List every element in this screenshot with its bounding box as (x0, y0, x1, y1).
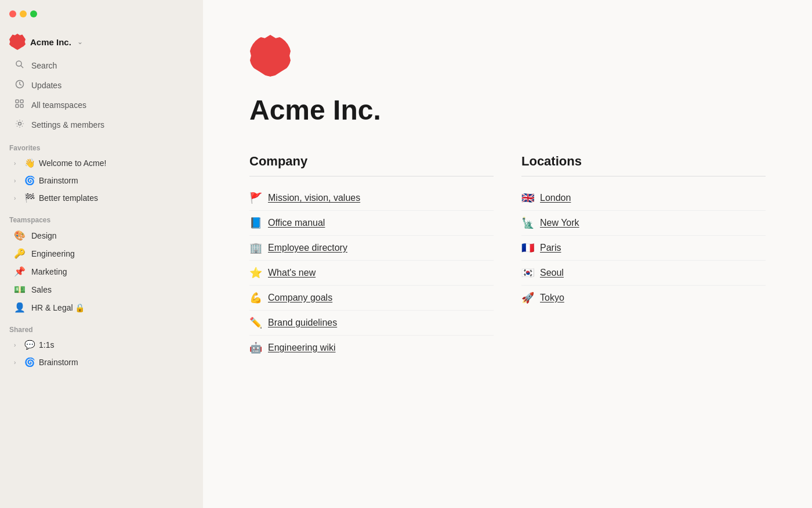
list-item-office-manual[interactable]: 📘 Office manual (249, 211, 494, 236)
list-item-paris[interactable]: 🇫🇷 Paris (521, 236, 766, 261)
sidebar-item-engineering[interactable]: 🔑 Engineering (5, 245, 198, 262)
sidebar-item-label: HR & Legal 🔒 (31, 303, 85, 312)
sidebar-item-marketing[interactable]: 📌 Marketing (5, 263, 198, 280)
settings-label: Settings & members (31, 120, 104, 129)
content-grid: Company 🚩 Mission, vision, values 📘 Offi… (249, 154, 766, 360)
list-item-tokyo[interactable]: 🚀 Tokyo (521, 286, 766, 310)
svg-line-1 (21, 66, 23, 68)
directory-emoji: 🏢 (249, 242, 262, 254)
company-list: 🚩 Mission, vision, values 📘 Office manua… (249, 186, 494, 360)
item-label: Tokyo (540, 293, 564, 303)
workspace-name: Acme Inc. (30, 37, 71, 47)
svg-rect-5 (16, 105, 19, 107)
company-heading: Company (249, 154, 494, 176)
wave-emoji: 👋 (24, 158, 35, 168)
item-label: New York (540, 218, 579, 228)
engineering-emoji: 🔑 (14, 248, 26, 259)
sidebar-item-welcome[interactable]: › 👋 Welcome to Acme! (5, 155, 198, 171)
locations-list: 🇬🇧 London 🗽 New York 🇫🇷 Paris 🇰🇷 Seoul 🚀 (521, 186, 766, 310)
sidebar-item-design[interactable]: 🎨 Design (5, 227, 198, 244)
svg-rect-4 (20, 100, 23, 103)
chevron-right-icon: › (14, 359, 21, 366)
item-label: Brand guidelines (268, 318, 337, 328)
all-teamspaces-button[interactable]: All teamspaces (5, 96, 198, 114)
chevron-right-icon: › (14, 342, 21, 348)
sidebar-item-label: Brainstorm (39, 358, 78, 367)
sidebar-item-better-templates[interactable]: › 🏁 Better templates (5, 190, 198, 206)
svg-point-0 (16, 61, 21, 66)
chevron-down-icon: ⌄ (77, 38, 83, 46)
clock-icon (14, 80, 26, 91)
workspace-logo (9, 34, 26, 50)
item-label: Mission, vision, values (268, 193, 360, 203)
design-emoji: 🎨 (14, 230, 26, 241)
list-item-engineering-wiki[interactable]: 🤖 Engineering wiki (249, 336, 494, 360)
item-label: Company goals (268, 293, 332, 303)
brainstorm-emoji: 🌀 (24, 175, 35, 186)
item-label: Paris (540, 243, 561, 253)
sidebar-item-1on1s[interactable]: › 💬 1:1s (5, 337, 198, 353)
shared-section-label: Shared (0, 316, 203, 336)
list-item-seoul[interactable]: 🇰🇷 Seoul (521, 261, 766, 286)
list-item-employee-directory[interactable]: 🏢 Employee directory (249, 236, 494, 261)
locations-heading: Locations (521, 154, 766, 176)
traffic-lights (9, 10, 37, 17)
item-label: Engineering wiki (268, 343, 336, 353)
sidebar-item-label: Better templates (39, 193, 98, 203)
brand-emoji: ✏️ (249, 316, 262, 329)
wiki-emoji: 🤖 (249, 341, 262, 354)
mission-emoji: 🚩 (249, 192, 262, 204)
workspace-selector[interactable]: Acme Inc. ⌄ (0, 28, 203, 56)
list-item-brand-guidelines[interactable]: ✏️ Brand guidelines (249, 311, 494, 336)
search-button[interactable]: Search (5, 56, 198, 75)
all-teamspaces-label: All teamspaces (31, 100, 86, 110)
sidebar-item-label: Sales (31, 285, 52, 294)
settings-button[interactable]: Settings & members (5, 116, 198, 134)
titlebar (0, 0, 203, 28)
sidebar-item-label: Marketing (31, 267, 67, 276)
new-york-emoji: 🗽 (521, 217, 534, 229)
tokyo-emoji: 🚀 (521, 291, 534, 304)
hr-emoji: 👤 (14, 302, 26, 313)
brainstorm-shared-emoji: 🌀 (24, 357, 35, 368)
sales-emoji: 💵 (14, 284, 26, 295)
seoul-emoji: 🇰🇷 (521, 266, 534, 279)
paris-emoji: 🇫🇷 (521, 242, 534, 254)
goals-emoji: 💪 (249, 291, 262, 304)
list-item-london[interactable]: 🇬🇧 London (521, 186, 766, 211)
item-label: What's new (268, 268, 316, 278)
list-item-company-goals[interactable]: 💪 Company goals (249, 286, 494, 311)
page-title: Acme Inc. (249, 95, 766, 126)
sidebar-item-hr-legal[interactable]: 👤 HR & Legal 🔒 (5, 299, 198, 316)
chat-emoji: 💬 (24, 340, 35, 350)
chevron-right-icon: › (14, 160, 21, 167)
teamspaces-section-label: Teamspaces (0, 207, 203, 226)
maximize-button[interactable] (30, 10, 37, 17)
item-label: Office manual (268, 218, 325, 228)
minimize-button[interactable] (20, 10, 27, 17)
svg-rect-6 (20, 105, 23, 107)
company-section: Company 🚩 Mission, vision, values 📘 Offi… (249, 154, 494, 360)
sidebar-item-brainstorm-fav[interactable]: › 🌀 Brainstorm (5, 172, 198, 189)
sidebar: Acme Inc. ⌄ Search Updates All teamspace… (0, 0, 203, 508)
sidebar-item-brainstorm-shared[interactable]: › 🌀 Brainstorm (5, 354, 198, 370)
sidebar-item-label: Engineering (31, 249, 75, 258)
gear-icon (14, 119, 26, 131)
list-item-new-york[interactable]: 🗽 New York (521, 211, 766, 236)
search-label: Search (31, 61, 57, 70)
page-logo (249, 35, 291, 77)
sidebar-item-label: Welcome to Acme! (39, 158, 106, 168)
item-label: Employee directory (268, 243, 347, 253)
locations-section: Locations 🇬🇧 London 🗽 New York 🇫🇷 Paris … (521, 154, 766, 360)
favorites-section-label: Favorites (0, 135, 203, 154)
templates-emoji: 🏁 (24, 193, 35, 203)
updates-button[interactable]: Updates (5, 76, 198, 95)
office-emoji: 📘 (249, 217, 262, 229)
main-content: Acme Inc. Company 🚩 Mission, vision, val… (203, 0, 812, 508)
close-button[interactable] (9, 10, 16, 17)
sidebar-item-label: 1:1s (39, 340, 54, 350)
list-item-mission[interactable]: 🚩 Mission, vision, values (249, 186, 494, 211)
sidebar-item-sales[interactable]: 💵 Sales (5, 281, 198, 298)
list-item-whats-new[interactable]: ⭐ What's new (249, 261, 494, 286)
london-emoji: 🇬🇧 (521, 192, 534, 204)
